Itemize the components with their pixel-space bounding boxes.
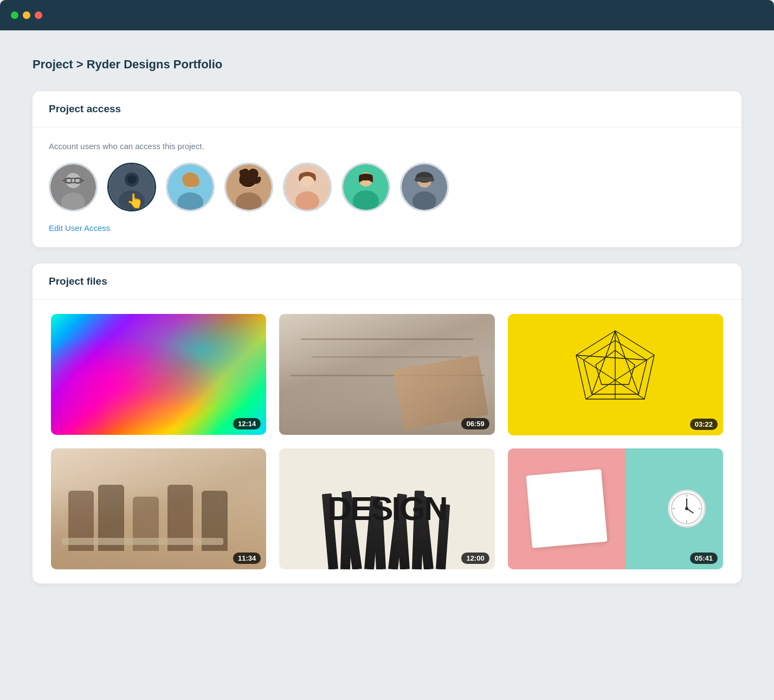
traffic-light-red[interactable] (35, 11, 42, 19)
project-files-header: Project files (33, 264, 741, 300)
file-thumb-inner-2: 06:59 (279, 314, 494, 435)
file-thumb-5[interactable]: DESIGN (279, 448, 494, 569)
project-access-header: Project access (33, 91, 741, 127)
avatar-3[interactable] (166, 163, 215, 211)
avatar-face-5 (285, 164, 330, 210)
project-files-title: Project files (49, 275, 725, 287)
svg-point-1 (66, 173, 81, 188)
duration-badge-3: 03:22 (690, 419, 718, 430)
avatar-7[interactable] (400, 163, 449, 211)
project-access-title: Project access (49, 103, 725, 115)
project-access-card: Project access Account users who can acc… (33, 91, 741, 247)
svg-line-34 (586, 355, 654, 399)
avatars-row: 👆 (49, 163, 725, 211)
duration-badge-6: 05:41 (690, 553, 718, 564)
traffic-light-yellow[interactable] (23, 11, 30, 19)
access-description: Account users who can access this projec… (49, 142, 725, 151)
duration-badge-2: 06:59 (461, 418, 489, 429)
file-thumb-inner-4: 11:34 (51, 448, 266, 569)
file-thumb-1[interactable]: 12:14 (51, 314, 266, 435)
avatar-face-3 (167, 164, 213, 210)
file-thumb-inner-5: DESIGN (279, 448, 494, 569)
svg-point-11 (127, 175, 136, 184)
file-thumb-6[interactable]: 05:41 (508, 448, 723, 570)
files-grid: 12:14 (49, 314, 725, 569)
file-thumb-inner-6: 05:41 (508, 448, 723, 570)
edit-user-access-link[interactable]: Edit User Access (49, 223, 110, 233)
file-thumb-3[interactable]: 03:22 (508, 314, 723, 435)
svg-rect-27 (415, 177, 434, 182)
project-files-card: Project files 12:14 (33, 264, 741, 583)
avatar-face-4 (226, 164, 272, 210)
traffic-light-green[interactable] (11, 11, 18, 19)
file-thumb-inner-3: 03:22 (508, 314, 723, 435)
avatar-face-7 (402, 164, 447, 210)
project-access-body: Account users who can access this projec… (33, 127, 741, 247)
file-thumb-inner-1: 12:14 (51, 314, 266, 435)
avatar-face-2 (109, 164, 154, 210)
avatar-1[interactable] (49, 163, 98, 211)
duration-badge-1: 12:14 (233, 418, 261, 429)
avatar-4[interactable] (224, 163, 273, 211)
breadcrumb: Project > Ryder Designs Portfolio (33, 57, 741, 72)
file-thumb-4[interactable]: 11:34 (51, 448, 266, 569)
duration-badge-5: 12:00 (461, 553, 489, 564)
main-content: Project > Ryder Designs Portfolio Projec… (0, 30, 774, 700)
avatar-5[interactable] (283, 163, 332, 211)
file-thumb-2[interactable]: 06:59 (279, 314, 494, 435)
duration-badge-4: 11:34 (233, 553, 261, 564)
avatar-face-6 (343, 164, 389, 210)
title-bar (0, 0, 774, 30)
avatar-6[interactable] (341, 163, 390, 211)
svg-line-33 (576, 355, 644, 399)
svg-point-41 (685, 507, 688, 510)
avatar-2[interactable]: 👆 (107, 163, 156, 211)
window: Project > Ryder Designs Portfolio Projec… (0, 0, 774, 700)
project-files-body: 12:14 (33, 300, 741, 583)
avatar-face-1 (50, 164, 96, 210)
